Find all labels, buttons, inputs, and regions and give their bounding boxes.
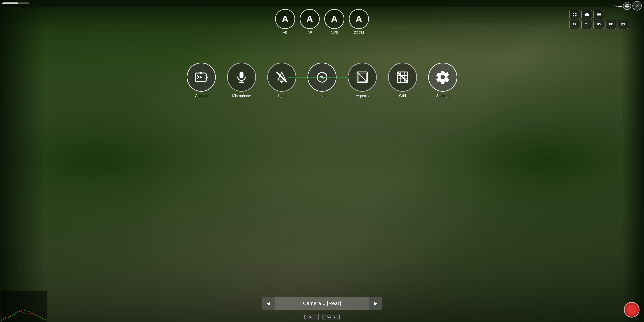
level-label: Level <box>318 94 322 98</box>
camera-icon <box>194 70 209 84</box>
svg-marker-13 <box>278 72 286 80</box>
camera-button[interactable] <box>187 62 216 92</box>
level-btn-wrap: Level <box>308 62 322 98</box>
light-button[interactable] <box>267 62 296 92</box>
microphone-button[interactable] <box>227 62 256 92</box>
light-btn-wrap: Light <box>267 62 296 98</box>
af-label: AF <box>308 30 312 34</box>
svg-line-14 <box>277 72 287 82</box>
camera-btn-wrap: Camera <box>187 62 216 98</box>
mode-buttons-row: A AE A AF A AWB A ZOOM <box>275 9 322 34</box>
svg-rect-9 <box>200 72 202 74</box>
microphone-btn-wrap: Microphone <box>227 62 256 98</box>
ae-letter: A <box>282 14 288 24</box>
microphone-label: Microphone <box>232 94 251 98</box>
ae-mode-wrap: A AE <box>275 9 295 34</box>
microphone-icon <box>235 70 248 84</box>
bg-left-edge <box>0 0 45 161</box>
af-button[interactable]: A <box>300 9 320 29</box>
main-icon-row: Camera Microphone Light <box>187 62 322 98</box>
af-letter: A <box>306 14 313 24</box>
top-bar <box>0 0 322 7</box>
light-label: Light <box>278 94 286 98</box>
progress-bar-fill <box>2 2 18 4</box>
level-icon <box>315 70 322 84</box>
ae-button[interactable]: A <box>275 9 295 29</box>
camera-label: Camera <box>195 94 208 98</box>
level-button[interactable] <box>308 62 322 92</box>
svg-point-8 <box>200 76 202 78</box>
progress-bar-container <box>2 2 29 4</box>
ae-label: AE <box>283 30 287 34</box>
light-icon <box>275 70 288 84</box>
af-mode-wrap: A AF <box>300 9 320 34</box>
svg-rect-10 <box>240 72 244 78</box>
